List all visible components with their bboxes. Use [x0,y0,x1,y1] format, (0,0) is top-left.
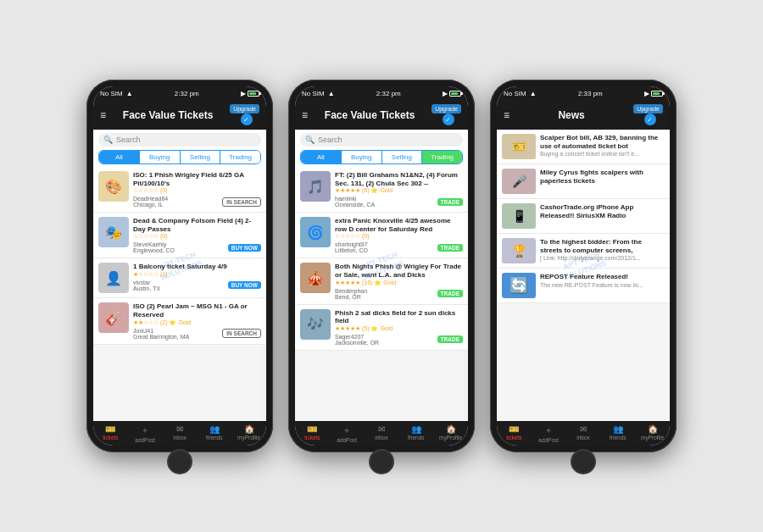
news-content-3-1: Miley Cyrus fights scalpers with paperle… [540,169,665,185]
news-item-3-1[interactable]: 🎤 Miley Cyrus fights scalpers with paper… [497,164,670,199]
wifi-icon-2: ▲ [328,90,335,97]
phone2-wrap: APT·TECHSOLUTIONS No SIM ▲ 2:32 pm ▶ [288,80,475,452]
news-item-3-3[interactable]: 🏆 To the highest bidder: From the street… [497,234,670,269]
phone3-screen: No SIM ▲ 2:33 pm ▶ ≡ News Upgra [497,86,670,446]
nav-tickets-label-2: tickets [304,435,320,441]
phone3-wrap: APT·TECHSOLUTIONS No SIM ▲ 2:33 pm ▶ [490,80,677,452]
hamburger-icon-2[interactable]: ≡ [302,109,308,121]
feed-meta-1-2: vivstar Austin, TX BUY NOW [133,280,261,291]
feed-stars-1-2: ★☆☆☆☆ (1) [133,271,261,278]
feed-1: 🎨 ISO: 1 Phish Wrigley Field 6/25 GA Pit… [93,167,266,421]
feed-item-2-2[interactable]: 🎪 Both Nights Phish @ Wrigley For Trade … [295,258,468,304]
upgrade-btn-1[interactable]: Upgrade [230,104,259,114]
nav-tickets-3[interactable]: 🎫 tickets [497,424,532,443]
app-title-3: News [510,109,633,121]
nav-addpost-label-2: addPost [337,437,357,443]
news-thumb-3-0: 🎫 [502,134,536,159]
hamburger-icon-1[interactable]: ≡ [100,109,106,121]
news-content-3-4: REPOST Feature Released! The new RE-POST… [540,273,665,289]
feed-2: 🎵 FT: (2) Bill Grahams N1&N2, (4) Forum … [295,167,468,421]
friends-icon-3: 👥 [613,424,623,434]
search-bar-2[interactable]: 🔍 Search [300,133,463,147]
sim-time-3: No SIM ▲ [504,90,537,97]
feed-title-2-0: FT: (2) Bill Grahams N1&N2, (4) Forum Se… [335,171,463,187]
phones-container: APT·TECHSOLUTIONS No SIM ▲ 2:32 pm ▶ [78,71,685,461]
sim-label-2: No SIM [302,90,325,97]
sim-label-1: No SIM [100,90,123,97]
feed-item-2-3[interactable]: 🎶 Phish 2 sat dicks field for 2 sun dick… [295,305,468,351]
feed-stars-2-2: ★★★★★ (16) ⭐ Gold [335,280,463,286]
checkmark-badge-3: ✓ [644,114,656,125]
home-button-3[interactable] [571,449,596,474]
feed-item-2-0[interactable]: 🎵 FT: (2) Bill Grahams N1&N2, (4) Forum … [295,167,468,213]
news-title-3-4: REPOST Feature Released! [540,273,665,281]
news-desc-3-4: The new RE-POST Feature is now liv... [540,282,665,289]
feed-item-2-1[interactable]: 🌀 extra Panic Knoxville 4/25 awesome row… [295,213,468,258]
tab-trading-1[interactable]: Trading [220,151,260,163]
nav-addpost-1[interactable]: ＋ addPost [128,424,163,443]
nav-tickets-1[interactable]: 🎫 tickets [93,424,128,443]
tab-trading-2[interactable]: Trading [422,151,462,163]
feed-badge-1-3: IN SEARCH [222,329,261,338]
home-button-2[interactable] [369,449,394,474]
nav-inbox-1[interactable]: ✉ inbox [163,424,198,443]
feed-content-2-3: Phish 2 sat dicks field for 2 sun dicks … [335,309,463,346]
news-title-3-2: CashorTrade.org iPhone App Released!! Si… [540,203,665,219]
hamburger-icon-3[interactable]: ≡ [504,109,510,121]
news-desc-3-0: Buying a concert ticket online isn't e..… [540,151,665,158]
feed-item-1-2[interactable]: 👤 1 Balcony ticket Saturday 4/9 ★☆☆☆☆ (1… [93,258,266,298]
news-desc-3-3: [ Link: http://dailyorange.com/2012/1... [540,255,665,262]
news-item-3-2[interactable]: 📱 CashorTrade.org iPhone App Released!! … [497,199,670,234]
bottom-nav-1: 🎫 tickets ＋ addPost ✉ inbox 👥 friends [93,421,266,446]
feed-title-1-3: ISO (2) Pearl Jam ~ MSG N1 - GA or Reser… [133,302,261,319]
clock-1: 2:32 pm [175,90,199,97]
bottom-nav-2: 🎫 tickets ＋ addPost ✉ inbox 👥 friends [295,421,468,446]
tab-selling-1[interactable]: Selling [181,151,221,163]
nav-profile-label-1: myProfile [237,435,260,441]
checkmark-badge-1: ✓ [241,114,253,125]
phone3: APT·TECHSOLUTIONS No SIM ▲ 2:33 pm ▶ [490,80,677,452]
nav-profile-1[interactable]: 🏠 myProfile [231,424,266,443]
nav-profile-2[interactable]: 🏠 myProfile [433,424,468,443]
upgrade-btn-2[interactable]: Upgrade [432,104,461,114]
tab-all-1[interactable]: All [99,151,140,163]
inbox-icon-2: ✉ [378,424,385,434]
tickets-icon-2: 🎫 [307,424,317,434]
nav-tickets-2[interactable]: 🎫 tickets [295,424,330,443]
nav-inbox-3[interactable]: ✉ inbox [566,424,601,443]
upgrade-btn-3[interactable]: Upgrade [633,104,663,114]
nav-friends-2[interactable]: 👥 friends [398,424,433,443]
tab-all-2[interactable]: All [301,151,342,163]
news-title-3-3: To the highest bidder: From the streets … [540,238,665,254]
feed-thumb-1-3: 🎸 [98,302,129,333]
feed-thumb-2-0: 🎵 [300,171,331,202]
nav-friends-label-1: friends [206,435,223,441]
news-item-3-4[interactable]: 🔄 REPOST Feature Released! The new RE-PO… [497,269,670,303]
nav-friends-3[interactable]: 👥 friends [600,424,635,443]
tab-buying-2[interactable]: Buying [342,151,382,163]
feed-user-2-1: shortnight97 Littleton, CO [335,241,368,253]
nav-addpost-2[interactable]: ＋ addPost [330,424,365,443]
feed-content-2-2: Both Nights Phish @ Wrigley For Trade or… [335,263,463,299]
status-bar-3: No SIM ▲ 2:33 pm ▶ [497,86,670,100]
feed-item-1-0[interactable]: 🎨 ISO: 1 Phish Wrigley Field 6/25 GA Pit… [93,167,266,213]
tab-selling-2[interactable]: Selling [382,151,423,163]
news-feed-3: 🎫 Scalper Bot bill, AB 329, banning the … [497,130,670,421]
search-bar-1[interactable]: 🔍 Search [98,133,261,147]
nav-friends-1[interactable]: 👥 friends [197,424,231,443]
feed-badge-1-2: BUY NOW [228,281,261,289]
feed-title-2-3: Phish 2 sat dicks field for 2 sun dicks … [335,309,463,325]
feed-item-1-1[interactable]: 🎭 Dead & Company Folsom Field (4) 2-Day … [93,213,266,258]
nav-addpost-3[interactable]: ＋ addPost [532,424,566,443]
sim-time-2: No SIM ▲ [302,90,335,97]
addpost-icon-1: ＋ [141,424,149,436]
phone1: APT·TECHSOLUTIONS No SIM ▲ 2:32 pm ▶ [86,80,273,452]
nav-profile-3[interactable]: 🏠 myProfile [635,424,670,443]
tab-buying-1[interactable]: Buying [140,151,181,163]
feed-stars-1-0: ☆☆☆☆☆ (0) [133,187,261,194]
feed-item-1-3[interactable]: 🎸 ISO (2) Pearl Jam ~ MSG N1 - GA or Res… [93,298,266,344]
news-item-3-0[interactable]: 🎫 Scalper Bot bill, AB 329, banning the … [497,130,670,164]
phone1-wrap: APT·TECHSOLUTIONS No SIM ▲ 2:32 pm ▶ [86,80,273,452]
nav-inbox-2[interactable]: ✉ inbox [365,424,399,443]
home-button-1[interactable] [167,449,192,474]
